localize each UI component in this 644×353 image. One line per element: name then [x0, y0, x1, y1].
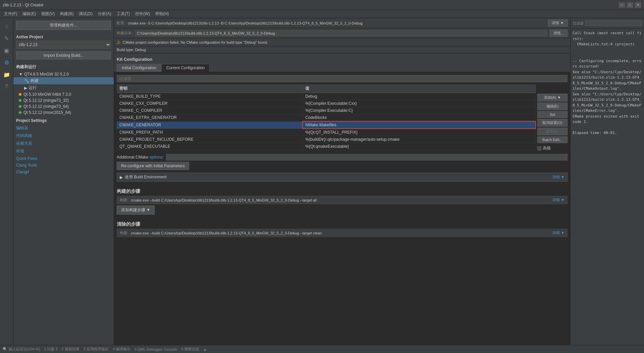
clean-step-details[interactable]: 详情 ▼ — [552, 230, 565, 235]
cmake-options-input[interactable] — [166, 154, 568, 161]
add-build-step-button[interactable]: 添加构建步骤 ▼ — [117, 206, 155, 215]
tab-current-configuration[interactable]: Current Configuration — [161, 64, 210, 72]
title-bar: zlib-1.2.13 - Qt Creator ─ □ ✕ — [0, 0, 644, 10]
table-cell-value: NMake Makefiles — [303, 121, 536, 129]
warning-bar: ⚠ CMake project configuration failed. No… — [114, 38, 570, 46]
table-cell-key: CMAKE_CXX_COMPILER — [117, 100, 303, 107]
table-cell-key: CMAKE_C_COMPILER — [117, 107, 303, 114]
welcome-icon[interactable]: ⌂ — [1, 21, 12, 32]
reset-button[interactable]: 重置(R) — [537, 128, 568, 135]
app-output-tab[interactable]: 3 应用程序输出 — [84, 347, 109, 352]
project-icon[interactable]: 📁 — [1, 69, 12, 80]
manage-kits-button[interactable]: 管理构建套件... — [16, 21, 111, 30]
env-details-btn[interactable]: 详情 ▼ — [552, 175, 565, 180]
table-cell-key: QT_QMAKE_EXECUTABLE — [117, 143, 303, 150]
cancel-set-button[interactable]: 取消设置(U) — [537, 119, 568, 127]
table-row[interactable]: QT_QMAKE_EXECUTABLE%{Qt:qmakeExecutable} — [117, 143, 536, 150]
right-panel: 过滤器 Call Stack (most recent call first):… — [570, 18, 644, 345]
close-button[interactable]: ✕ — [635, 2, 641, 8]
table-cell-key: CMAKE_GENERATOR — [117, 121, 303, 129]
menu-debug[interactable]: 调试(D) — [76, 10, 95, 17]
add-button[interactable]: 添加(A) ▼ — [537, 94, 568, 101]
build-environment-section: ▶ 使用 Build Environment 详情 ▼ — [117, 173, 568, 182]
setting-quickfixes[interactable]: Quick Fixes — [13, 155, 114, 162]
menu-controls[interactable]: 控件(W) — [132, 10, 152, 17]
kit-toggle-icon: ▼ — [19, 72, 23, 77]
edit-icon[interactable]: ✎ — [1, 33, 12, 44]
config-details-button[interactable]: 详情 ▼ — [548, 19, 568, 27]
menu-tools[interactable]: 工具(T) — [114, 10, 132, 17]
help-icon[interactable]: ? — [1, 81, 12, 92]
table-row[interactable]: CMAKE_BUILD_TYPEDebug — [117, 93, 536, 100]
tab-initial-configuration[interactable]: Initial Configuration — [117, 64, 161, 72]
advanced-checkbox[interactable] — [537, 146, 541, 150]
table-row[interactable]: CMAKE_GENERATORNMake Makefiles — [117, 121, 536, 129]
table-row[interactable]: CMAKE_C_COMPILER%{Compiler:Executable:C} — [117, 107, 536, 114]
kit-item[interactable]: ▼ QT4.8.5 MinGW 32 5.2.0 — [13, 71, 114, 77]
table-cell-key: CMAKE_EXTRA_GENERATOR — [117, 114, 303, 122]
up-arrow-btn[interactable]: ▲ — [203, 347, 207, 351]
run-icon: ▶ — [24, 86, 27, 90]
import-build-button[interactable]: Import Existing Build... — [16, 51, 111, 59]
main-content: 配置: cmake.exe -S C:/Users/lyp/Desktop/zl… — [114, 18, 570, 345]
qt-version-3[interactable]: Qt 5.12.12 (mingw73_64) — [13, 103, 114, 109]
filter-input[interactable] — [117, 75, 568, 82]
build-sub-item[interactable]: 🔧 构建 — [13, 77, 114, 84]
qt-version-1[interactable]: Qt 5.10 MinGW 64bit 7.3.0 — [13, 91, 114, 97]
summary-tab[interactable]: 6 概要信息 — [181, 347, 199, 352]
right-filter-input[interactable] — [585, 20, 642, 26]
table-cell-value: Debug — [303, 93, 536, 100]
browse-button[interactable]: 浏览... — [550, 30, 568, 37]
setting-environment[interactable]: 环境 — [13, 147, 114, 155]
design-icon[interactable]: ▣ — [1, 45, 12, 56]
menu-file[interactable]: 文件(F) — [1, 10, 20, 17]
setting-codestyle[interactable]: 代码风格 — [13, 132, 114, 140]
qt-version-2[interactable]: Qt 5.12.12 (mingw73_32) — [13, 97, 114, 103]
batch-edit-button[interactable]: Batch Edit... — [537, 136, 568, 143]
run-label: 运行 — [29, 85, 37, 91]
qt-version-4[interactable]: Qt 5.12.12 (msvc2015_64) — [13, 109, 114, 116]
setting-dependencies[interactable]: 依赖关系 — [13, 140, 114, 147]
compile-output-tab[interactable]: 4 编译输出 — [113, 347, 130, 352]
edit-button[interactable]: 编辑(E) — [537, 102, 568, 110]
active-project-label: Active Project — [13, 33, 114, 41]
filter-row — [117, 75, 568, 82]
up-arrow-icon: ▲ — [203, 347, 207, 351]
table-row[interactable]: CMAKE_PROJECT_INCLUDE_BEFORE%{buildDir}/… — [117, 136, 536, 143]
menu-help[interactable]: 帮助(H) — [153, 10, 172, 17]
table-row[interactable]: CMAKE_CXX_COMPILER%{Compiler:Executable:… — [117, 100, 536, 107]
run-sub-item[interactable]: ▶ 运行 — [13, 84, 114, 91]
menu-edit[interactable]: 编辑(E) — [20, 10, 39, 17]
menu-build[interactable]: 构建(B) — [57, 10, 76, 17]
setting-clangd[interactable]: Clangd — [13, 169, 114, 175]
setting-clangtools[interactable]: Clang Tools — [13, 162, 114, 169]
problems-label: 1 问题 3 — [44, 347, 57, 352]
set-button[interactable]: Set — [537, 111, 568, 118]
debug-icon[interactable]: ⚙ — [1, 57, 12, 68]
col-header-key: 密钥 — [117, 84, 303, 93]
search-results-tab[interactable]: 2 搜索结果 — [62, 347, 79, 352]
problems-tab[interactable]: 1 问题 3 — [44, 347, 57, 352]
minimize-button[interactable]: ─ — [619, 2, 625, 8]
menu-analyze[interactable]: 分析(A) — [95, 10, 114, 17]
build-steps-title: 构建的步骤 — [117, 187, 568, 196]
reconfigure-button[interactable]: Re-configure with Initial Parameters — [117, 162, 189, 170]
clean-step-command: cmake.exe --build C:/Users/lyp/Desktop/z… — [131, 231, 550, 235]
build-type-value: Debug — [135, 48, 146, 52]
build-dir-input[interactable] — [135, 30, 547, 36]
qml-debugger-tab[interactable]: 5 QML Debugger Console — [135, 347, 177, 351]
cmake-options-link[interactable]: options — [149, 155, 162, 160]
maximize-button[interactable]: □ — [627, 2, 633, 8]
table-cell-value: %{buildDir}/.qtc/package-manager/auto-se… — [303, 136, 536, 143]
project-select[interactable]: zlib-1.2.13 — [16, 41, 111, 49]
table-side-actions: 添加(A) ▼ 编辑(E) Set 取消设置(U) 重置(R) Batch Ed… — [537, 84, 568, 151]
env-header[interactable]: ▶ 使用 Build Environment 详情 ▼ — [117, 173, 567, 181]
setting-editor[interactable]: 编辑器 — [13, 124, 114, 132]
search-results-label: 2 搜索结果 — [62, 347, 79, 352]
menu-view[interactable]: 视图(V) — [39, 10, 57, 17]
search-bar[interactable]: 🔍 输入以定位(Ctrl+K) — [3, 347, 40, 352]
table-row[interactable]: CMAKE_PREFIX_PATH%{Qt:QT_INSTALL_PREFIX} — [117, 129, 536, 136]
table-row[interactable]: CMAKE_EXTRA_GENERATORCodeBlocks — [117, 114, 536, 122]
table-cell-value: %{Qt:QT_INSTALL_PREFIX} — [303, 129, 536, 136]
build-step-details[interactable]: 详情 ▼ — [552, 197, 565, 203]
